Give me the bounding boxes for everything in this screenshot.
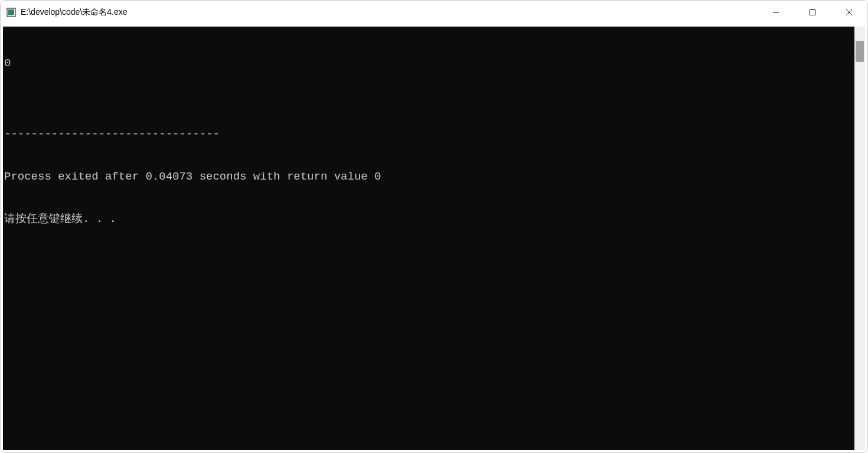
output-line: Process exited after 0.04073 seconds wit… xyxy=(4,170,853,184)
svg-rect-3 xyxy=(810,10,815,15)
output-line: -------------------------------- xyxy=(4,127,853,141)
titlebar[interactable]: E:\develop\code\未命名4.exe xyxy=(1,1,867,24)
terminal-output[interactable]: 0 -------------------------------- Proce… xyxy=(3,27,854,450)
window-controls xyxy=(758,1,867,24)
app-icon xyxy=(6,8,16,17)
console-window: E:\develop\code\未命名4.exe 0 xyxy=(0,0,868,453)
output-line: 请按任意键继续. . . xyxy=(4,212,853,226)
minimize-icon xyxy=(772,9,779,16)
minimize-button[interactable] xyxy=(758,1,794,24)
window-title: E:\develop\code\未命名4.exe xyxy=(21,7,758,18)
svg-rect-1 xyxy=(8,9,14,15)
close-button[interactable] xyxy=(831,1,867,24)
vertical-scrollbar[interactable] xyxy=(854,27,865,450)
output-line: 0 xyxy=(4,56,853,70)
maximize-button[interactable] xyxy=(794,1,831,24)
maximize-icon xyxy=(809,9,816,16)
content-area: 0 -------------------------------- Proce… xyxy=(1,24,867,452)
close-icon xyxy=(846,9,853,16)
scrollbar-thumb[interactable] xyxy=(856,41,864,62)
